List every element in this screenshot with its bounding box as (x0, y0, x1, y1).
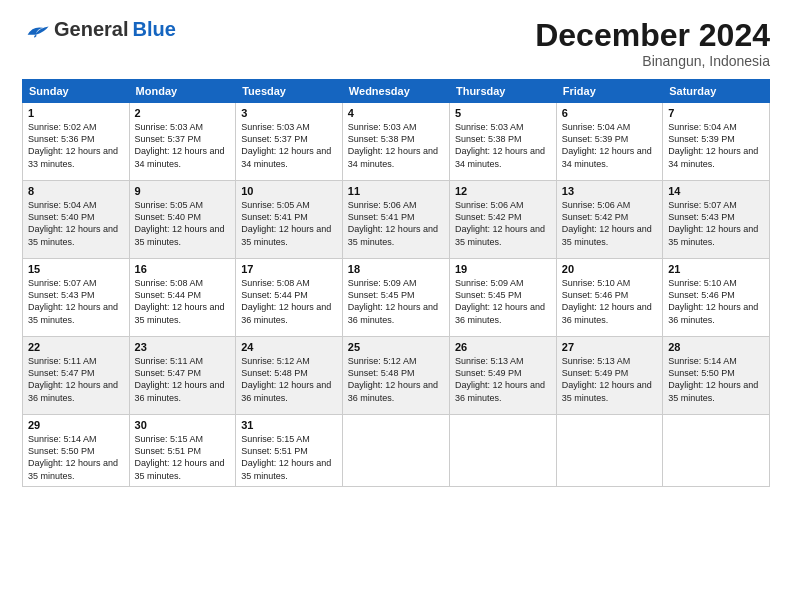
day-number: 18 (348, 263, 444, 275)
day-number: 20 (562, 263, 657, 275)
day-number: 22 (28, 341, 124, 353)
table-row: 31 Sunrise: 5:15 AMSunset: 5:51 PMDaylig… (236, 415, 343, 487)
page: GeneralBlue December 2024 Binangun, Indo… (0, 0, 792, 612)
day-number: 13 (562, 185, 657, 197)
day-number: 23 (135, 341, 231, 353)
day-number: 16 (135, 263, 231, 275)
calendar-week-row: 8 Sunrise: 5:04 AMSunset: 5:40 PMDayligh… (23, 181, 770, 259)
day-number: 24 (241, 341, 337, 353)
day-number: 11 (348, 185, 444, 197)
table-row: 20 Sunrise: 5:10 AMSunset: 5:46 PMDaylig… (556, 259, 662, 337)
table-row: 13 Sunrise: 5:06 AMSunset: 5:42 PMDaylig… (556, 181, 662, 259)
table-row: 8 Sunrise: 5:04 AMSunset: 5:40 PMDayligh… (23, 181, 130, 259)
day-number: 26 (455, 341, 551, 353)
col-friday: Friday (556, 80, 662, 103)
day-info: Sunrise: 5:02 AMSunset: 5:36 PMDaylight:… (28, 122, 118, 168)
table-row (342, 415, 449, 487)
day-info: Sunrise: 5:07 AMSunset: 5:43 PMDaylight:… (668, 200, 758, 246)
day-info: Sunrise: 5:10 AMSunset: 5:46 PMDaylight:… (562, 278, 652, 324)
table-row (449, 415, 556, 487)
day-info: Sunrise: 5:08 AMSunset: 5:44 PMDaylight:… (135, 278, 225, 324)
day-info: Sunrise: 5:05 AMSunset: 5:40 PMDaylight:… (135, 200, 225, 246)
day-number: 6 (562, 107, 657, 119)
day-number: 2 (135, 107, 231, 119)
table-row: 10 Sunrise: 5:05 AMSunset: 5:41 PMDaylig… (236, 181, 343, 259)
day-number: 9 (135, 185, 231, 197)
logo-bird-icon (22, 22, 50, 40)
table-row: 19 Sunrise: 5:09 AMSunset: 5:45 PMDaylig… (449, 259, 556, 337)
page-title: December 2024 (535, 18, 770, 53)
day-info: Sunrise: 5:05 AMSunset: 5:41 PMDaylight:… (241, 200, 331, 246)
day-info: Sunrise: 5:03 AMSunset: 5:37 PMDaylight:… (241, 122, 331, 168)
day-number: 25 (348, 341, 444, 353)
table-row: 5 Sunrise: 5:03 AMSunset: 5:38 PMDayligh… (449, 103, 556, 181)
day-info: Sunrise: 5:03 AMSunset: 5:37 PMDaylight:… (135, 122, 225, 168)
day-info: Sunrise: 5:04 AMSunset: 5:39 PMDaylight:… (562, 122, 652, 168)
col-sunday: Sunday (23, 80, 130, 103)
day-info: Sunrise: 5:13 AMSunset: 5:49 PMDaylight:… (455, 356, 545, 402)
table-row: 6 Sunrise: 5:04 AMSunset: 5:39 PMDayligh… (556, 103, 662, 181)
table-row: 25 Sunrise: 5:12 AMSunset: 5:48 PMDaylig… (342, 337, 449, 415)
day-info: Sunrise: 5:09 AMSunset: 5:45 PMDaylight:… (455, 278, 545, 324)
table-row: 1 Sunrise: 5:02 AMSunset: 5:36 PMDayligh… (23, 103, 130, 181)
calendar-table: Sunday Monday Tuesday Wednesday Thursday… (22, 79, 770, 487)
table-row: 4 Sunrise: 5:03 AMSunset: 5:38 PMDayligh… (342, 103, 449, 181)
calendar-week-row: 1 Sunrise: 5:02 AMSunset: 5:36 PMDayligh… (23, 103, 770, 181)
table-row (663, 415, 770, 487)
day-number: 30 (135, 419, 231, 431)
day-info: Sunrise: 5:07 AMSunset: 5:43 PMDaylight:… (28, 278, 118, 324)
calendar-header-row: Sunday Monday Tuesday Wednesday Thursday… (23, 80, 770, 103)
day-number: 10 (241, 185, 337, 197)
title-section: December 2024 Binangun, Indonesia (535, 18, 770, 69)
day-info: Sunrise: 5:03 AMSunset: 5:38 PMDaylight:… (348, 122, 438, 168)
table-row: 26 Sunrise: 5:13 AMSunset: 5:49 PMDaylig… (449, 337, 556, 415)
day-info: Sunrise: 5:04 AMSunset: 5:40 PMDaylight:… (28, 200, 118, 246)
day-number: 5 (455, 107, 551, 119)
day-info: Sunrise: 5:13 AMSunset: 5:49 PMDaylight:… (562, 356, 652, 402)
day-info: Sunrise: 5:06 AMSunset: 5:41 PMDaylight:… (348, 200, 438, 246)
table-row: 17 Sunrise: 5:08 AMSunset: 5:44 PMDaylig… (236, 259, 343, 337)
table-row: 28 Sunrise: 5:14 AMSunset: 5:50 PMDaylig… (663, 337, 770, 415)
day-info: Sunrise: 5:03 AMSunset: 5:38 PMDaylight:… (455, 122, 545, 168)
day-info: Sunrise: 5:11 AMSunset: 5:47 PMDaylight:… (28, 356, 118, 402)
day-info: Sunrise: 5:04 AMSunset: 5:39 PMDaylight:… (668, 122, 758, 168)
table-row: 15 Sunrise: 5:07 AMSunset: 5:43 PMDaylig… (23, 259, 130, 337)
day-number: 21 (668, 263, 764, 275)
header: GeneralBlue December 2024 Binangun, Indo… (22, 18, 770, 69)
table-row: 16 Sunrise: 5:08 AMSunset: 5:44 PMDaylig… (129, 259, 236, 337)
col-monday: Monday (129, 80, 236, 103)
table-row: 3 Sunrise: 5:03 AMSunset: 5:37 PMDayligh… (236, 103, 343, 181)
table-row: 7 Sunrise: 5:04 AMSunset: 5:39 PMDayligh… (663, 103, 770, 181)
logo-blue: Blue (132, 18, 175, 41)
day-number: 3 (241, 107, 337, 119)
day-number: 1 (28, 107, 124, 119)
col-saturday: Saturday (663, 80, 770, 103)
day-number: 7 (668, 107, 764, 119)
day-number: 15 (28, 263, 124, 275)
table-row (556, 415, 662, 487)
table-row: 12 Sunrise: 5:06 AMSunset: 5:42 PMDaylig… (449, 181, 556, 259)
day-number: 31 (241, 419, 337, 431)
table-row: 30 Sunrise: 5:15 AMSunset: 5:51 PMDaylig… (129, 415, 236, 487)
col-thursday: Thursday (449, 80, 556, 103)
day-info: Sunrise: 5:12 AMSunset: 5:48 PMDaylight:… (348, 356, 438, 402)
calendar-week-row: 29 Sunrise: 5:14 AMSunset: 5:50 PMDaylig… (23, 415, 770, 487)
day-info: Sunrise: 5:15 AMSunset: 5:51 PMDaylight:… (135, 434, 225, 480)
table-row: 18 Sunrise: 5:09 AMSunset: 5:45 PMDaylig… (342, 259, 449, 337)
logo-general: General (54, 18, 128, 41)
day-number: 4 (348, 107, 444, 119)
day-number: 28 (668, 341, 764, 353)
day-info: Sunrise: 5:06 AMSunset: 5:42 PMDaylight:… (562, 200, 652, 246)
table-row: 14 Sunrise: 5:07 AMSunset: 5:43 PMDaylig… (663, 181, 770, 259)
calendar-week-row: 22 Sunrise: 5:11 AMSunset: 5:47 PMDaylig… (23, 337, 770, 415)
day-number: 17 (241, 263, 337, 275)
logo: GeneralBlue (22, 18, 176, 41)
day-info: Sunrise: 5:15 AMSunset: 5:51 PMDaylight:… (241, 434, 331, 480)
day-info: Sunrise: 5:14 AMSunset: 5:50 PMDaylight:… (28, 434, 118, 480)
table-row: 27 Sunrise: 5:13 AMSunset: 5:49 PMDaylig… (556, 337, 662, 415)
day-number: 14 (668, 185, 764, 197)
day-info: Sunrise: 5:10 AMSunset: 5:46 PMDaylight:… (668, 278, 758, 324)
col-tuesday: Tuesday (236, 80, 343, 103)
day-info: Sunrise: 5:11 AMSunset: 5:47 PMDaylight:… (135, 356, 225, 402)
table-row: 9 Sunrise: 5:05 AMSunset: 5:40 PMDayligh… (129, 181, 236, 259)
